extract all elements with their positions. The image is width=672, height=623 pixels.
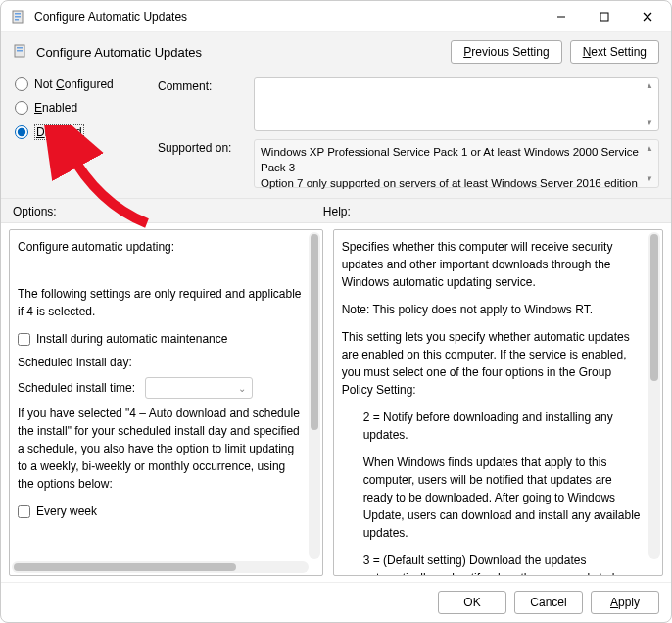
footer: OK Cancel Apply [1, 582, 671, 622]
options-pane: Configure automatic updating: The follow… [9, 229, 323, 576]
close-button[interactable] [626, 2, 669, 31]
scroll-up-icon[interactable]: ▲ [645, 143, 654, 154]
svg-rect-10 [17, 50, 23, 52]
help-label: Help: [323, 205, 351, 218]
scrollbar-vertical[interactable] [648, 232, 660, 559]
svg-rect-1 [15, 13, 21, 15]
svg-rect-9 [17, 47, 23, 49]
supported-on-box: Windows XP Professional Service Pack 1 o… [254, 139, 659, 188]
svg-rect-2 [15, 16, 21, 18]
svg-rect-3 [15, 19, 19, 21]
scrollbar-horizontal[interactable] [12, 561, 309, 573]
help-text: When Windows finds updates that apply to… [342, 454, 645, 542]
maximize-button[interactable] [583, 2, 626, 31]
ok-button[interactable]: OK [438, 591, 506, 614]
state-radios: Not Configured Enabled Disabled [13, 77, 140, 188]
options-line: If you have selected "4 – Auto download … [18, 405, 305, 493]
titlebar: Configure Automatic Updates [1, 1, 671, 32]
radio-disabled[interactable]: Disabled [15, 124, 140, 140]
panes: Configure automatic updating: The follow… [1, 223, 671, 582]
radio-enabled[interactable]: Enabled [15, 101, 140, 115]
scroll-up-icon[interactable]: ▲ [645, 81, 654, 90]
window-title: Configure Automatic Updates [34, 10, 540, 24]
cancel-button[interactable]: Cancel [514, 591, 583, 614]
supported-label: Supported on: [158, 139, 246, 188]
help-text: Note: This policy does not apply to Wind… [342, 301, 645, 318]
header: Configure Automatic Updates Previous Set… [1, 32, 671, 199]
options-line: The following settings are only required… [18, 285, 305, 320]
scrollbar-vertical[interactable] [309, 232, 320, 559]
previous-setting-button[interactable]: Previous Setting [451, 40, 561, 64]
comment-label: Comment: [158, 77, 246, 131]
chk-install-maintenance[interactable]: Install during automatic maintenance [18, 330, 305, 348]
sched-day-label: Scheduled install day: [18, 354, 132, 371]
scroll-down-icon[interactable]: ▼ [645, 173, 654, 184]
chk-every-week[interactable]: Every week [18, 503, 305, 520]
sched-time-label: Scheduled install time: [18, 379, 135, 397]
help-text: 2 = Notify before downloading and instal… [342, 408, 645, 444]
supported-on-text: Windows XP Professional Service Pack 1 o… [261, 146, 642, 189]
svg-rect-5 [600, 13, 608, 21]
help-text: Specifies whether this computer will rec… [342, 238, 645, 291]
sched-time-select[interactable]: ⌄ [145, 377, 253, 399]
radio-not-configured[interactable]: Not Configured [15, 77, 140, 91]
options-line: Configure automatic updating: [18, 238, 305, 256]
apply-button[interactable]: Apply [591, 591, 659, 614]
options-label: Options: [13, 205, 323, 218]
policy-icon [13, 43, 28, 62]
section-labels: Options: Help: [1, 199, 671, 223]
minimize-button[interactable] [540, 2, 583, 31]
help-text: This setting lets you specify whether au… [342, 328, 645, 399]
policy-icon [11, 9, 26, 24]
help-text: 3 = (Default setting) Download the updat… [342, 551, 645, 575]
page-title: Configure Automatic Updates [36, 45, 443, 60]
comment-input[interactable]: ▲ ▼ [254, 77, 659, 131]
scroll-down-icon[interactable]: ▼ [645, 119, 654, 127]
help-pane: Specifies whether this computer will rec… [333, 229, 663, 576]
next-setting-button[interactable]: Next Setting [570, 40, 659, 64]
